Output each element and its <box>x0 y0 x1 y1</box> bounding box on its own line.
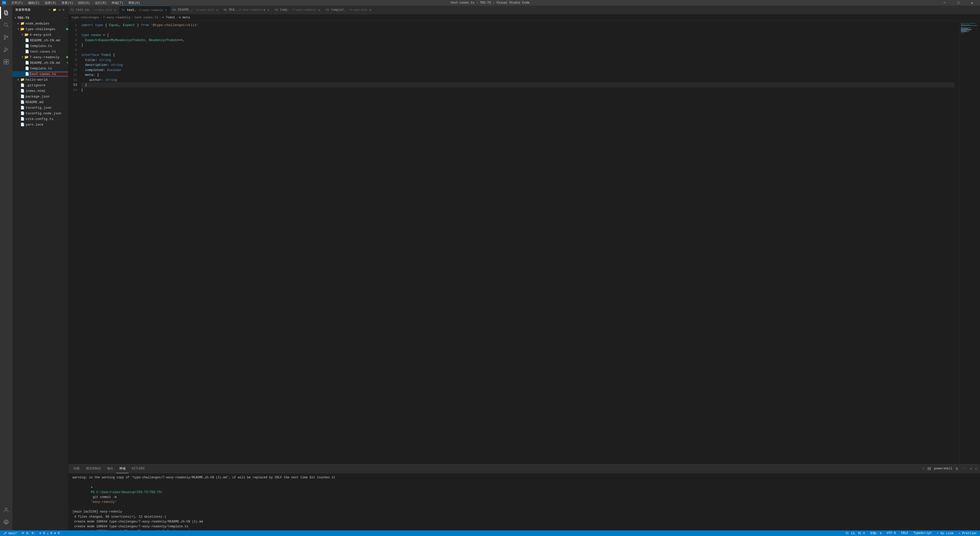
tree-item-node-modules[interactable]: ▶ 📁 node_modules <box>12 21 68 26</box>
status-indent[interactable]: 空格: 4 <box>869 531 883 536</box>
menu-terminal[interactable]: 终端(T) <box>111 0 124 6</box>
tree-item-testcases-4ep[interactable]: 📄 test-cases.ts <box>12 49 68 54</box>
panel-tab-problems[interactable]: 问题 <box>70 464 83 473</box>
tree-item-type-challenges[interactable]: ▼ 📂 type-challenges <box>12 26 68 32</box>
tab-testcases-4ep[interactable]: TS test-cases.ts ↩4-easy-pick ✕ <box>68 6 119 14</box>
token: Todo1 <box>167 38 177 43</box>
tab-name-2: test-cases.ts <box>127 8 137 12</box>
tree-item-tsconfig[interactable]: 📄 tsconfig.json <box>12 105 68 111</box>
new-folder-icon[interactable]: 📁 <box>52 8 57 12</box>
line-num-7: 7 <box>75 52 77 58</box>
tree-item-tsconfig-node[interactable]: 📄 tsconfig.node.json <box>12 111 68 116</box>
tab-template-4ep[interactable]: TS template.ts ↩4-easy-pick ✕ <box>324 6 375 14</box>
tab-template-7er[interactable]: TS template.ts ↩7-easy-readonly ✕ <box>272 6 324 14</box>
status-errors[interactable]: ⊘ 0 △ 0 ⊗ 0 <box>38 531 60 535</box>
tab-close-3[interactable]: ✕ <box>215 8 219 12</box>
status-go-live[interactable]: ⚡ Go Live <box>936 531 955 535</box>
tree-label-template-7er: template.ts <box>30 67 68 70</box>
ellipsis-icon[interactable]: ··· <box>63 16 68 19</box>
tab-close-1[interactable]: ✕ <box>113 8 117 12</box>
more-actions-btn[interactable]: ··· <box>961 466 968 471</box>
tree-item-vite-config[interactable]: 📄 vite.config.ts <box>12 116 68 122</box>
tree-item-hello-world[interactable]: ▶ 📁 hello-world <box>12 77 68 83</box>
line-num-4: 4 <box>75 38 77 43</box>
activity-item-search[interactable] <box>0 19 12 31</box>
breadcrumb-type-challenges[interactable]: type-challenges <box>72 16 99 19</box>
panel-maximize-btn[interactable]: ∧ <box>969 466 973 472</box>
tab-close-2[interactable]: ✕ <box>164 8 168 12</box>
status-sync[interactable]: ⟳ 0↓ 0↑ <box>21 531 36 535</box>
minimap[interactable] <box>959 21 980 464</box>
tree-item-7-easy-readonly[interactable]: ▼ 📂 7-easy-readonly <box>12 54 68 60</box>
status-cursor-position[interactable]: 行 13, 列 4 <box>845 531 865 536</box>
tab-testcases-7er[interactable]: TS test-cases.ts ↩7-easy-readonly ✕ <box>119 6 170 14</box>
editor-content[interactable]: 1 2 3 4 5 6 7 8 9 10 11 12 13 14 <box>68 21 959 464</box>
line-num-14: 14 <box>75 87 77 93</box>
panel-tab-terminal[interactable]: 终端 <box>116 464 129 473</box>
new-file-icon[interactable]: + <box>48 8 51 12</box>
status-prettier[interactable]: ✓ Prettier <box>958 531 978 535</box>
menu-view[interactable]: 查看(V) <box>60 0 74 6</box>
tree-item-gitignore[interactable]: 📄 .gitignore <box>12 83 68 88</box>
new-terminal-btn[interactable]: + <box>921 466 925 471</box>
menu-help[interactable]: 帮助(H) <box>127 0 141 6</box>
token: : { <box>93 73 99 78</box>
tab-close-6[interactable]: ✕ <box>368 8 372 12</box>
menu-file[interactable]: 文件(F) <box>10 0 24 6</box>
menu-run[interactable]: 运行(R) <box>94 0 108 6</box>
tree-item-root[interactable]: ▼ TDS-TS ··· <box>12 15 68 21</box>
close-button[interactable]: ✕ <box>966 0 978 6</box>
panel-close-btn[interactable]: ✕ <box>974 466 978 472</box>
line-num-13: 13 <box>75 83 77 87</box>
collapse-icon[interactable]: ⊟ <box>62 8 65 12</box>
tree-item-readme-7er[interactable]: 📄 README.zh-CN.md U <box>12 60 68 65</box>
activity-item-explorer[interactable] <box>0 6 12 19</box>
tab-md-icon-2: MD <box>224 8 227 11</box>
tree-item-4-easy-pick[interactable]: ▼ 📂 4-easy-pick <box>12 32 68 38</box>
status-language-mode[interactable]: TypeScript <box>912 531 933 535</box>
tree-item-readme-4ep[interactable]: 📄 README.zh-CN.md <box>12 38 68 43</box>
menu-goto[interactable]: 转到(G) <box>77 0 91 6</box>
tree-item-readme-root[interactable]: 📄 README.md <box>12 99 68 105</box>
minimize-button[interactable]: ─ <box>939 0 950 6</box>
maximize-button[interactable]: □ <box>953 0 964 6</box>
menu-select[interactable]: 选择(S) <box>44 0 57 6</box>
minimap-line-7 <box>961 27 971 28</box>
tree-item-template-4ep[interactable]: 📄 template.ts <box>12 43 68 49</box>
activity-item-extensions[interactable] <box>0 56 12 68</box>
terminal-line-create-1: create mode 100644 type-challenges/7-eas… <box>73 519 976 524</box>
panel-tab-output[interactable]: 输出 <box>104 464 116 473</box>
tab-readme-7er[interactable]: MD README.zh-CN.md ↩7-easy-readonly U ✕ <box>221 6 272 14</box>
split-terminal-btn[interactable] <box>926 466 932 471</box>
breadcrumb-sep-3: › <box>159 16 161 19</box>
tab-readme-4ep[interactable]: MD README.zh-CN.md ↩4-easy-pick ✕ <box>170 6 221 14</box>
tree-item-yarn-lock[interactable]: 📄 yarn.lock <box>12 122 68 127</box>
activity-item-settings[interactable] <box>0 516 12 528</box>
activity-item-source-control[interactable] <box>0 31 12 43</box>
panel-tab-debug-console[interactable]: 调试控制台 <box>83 464 104 473</box>
breadcrumb-7-easy-readonly[interactable]: 7-easy-readonly <box>103 16 130 19</box>
token <box>81 78 89 83</box>
tree-item-package-json[interactable]: 📄 package.json <box>12 94 68 99</box>
tab-close-5[interactable]: ✕ <box>317 8 321 12</box>
activity-item-accounts[interactable] <box>0 504 12 516</box>
accounts-icon <box>3 507 9 513</box>
breadcrumb-test-cases[interactable]: test-cases.ts <box>134 16 158 19</box>
status-encoding[interactable]: UTF-8 <box>886 531 897 535</box>
tab-bar: TS test-cases.ts ↩4-easy-pick ✕ TS test-… <box>68 6 980 14</box>
refresh-icon[interactable]: ↺ <box>58 8 61 12</box>
tree-item-template-7er[interactable]: 📄 template.ts <box>12 65 68 71</box>
status-line-ending[interactable]: CRLF <box>900 531 909 535</box>
breadcrumb-todo1[interactable]: ➡ Todo1 <box>162 16 175 19</box>
panel-content[interactable]: warning: in the working copy of 'type-ch… <box>68 473 980 530</box>
kill-terminal-btn[interactable]: 🗑 <box>955 466 959 472</box>
status-git-branch[interactable]: ⎇ main* <box>2 531 19 535</box>
activity-item-run[interactable] <box>0 43 12 56</box>
breadcrumb-meta[interactable]: ⊙ meta <box>179 16 190 19</box>
tab-close-4[interactable]: ✕ <box>266 8 270 12</box>
terminal-name[interactable]: powershell <box>933 466 953 471</box>
tree-item-index-html[interactable]: 📄 index.html <box>12 88 68 94</box>
menu-edit[interactable]: 编辑(E) <box>27 0 41 6</box>
panel-tab-gitlens[interactable]: GITLENS <box>129 464 148 473</box>
tree-item-testcases-7er[interactable]: 📄 test-cases.ts <box>12 71 68 77</box>
